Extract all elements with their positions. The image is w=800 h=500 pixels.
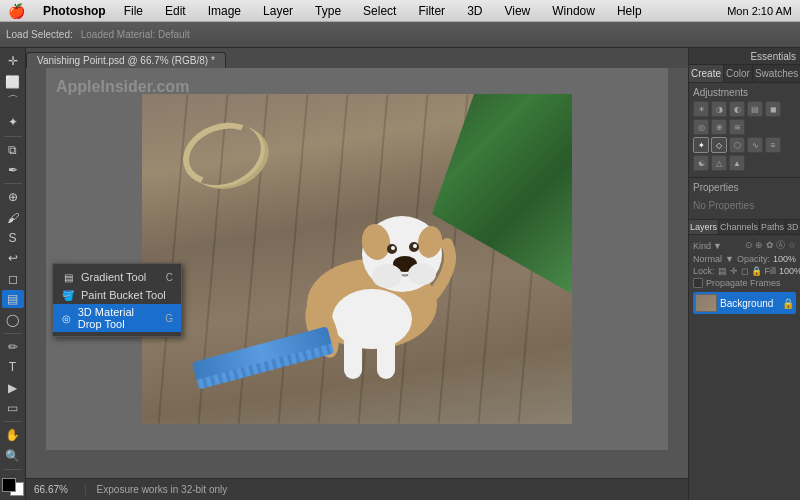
adj-solid-color[interactable]: ◼: [765, 101, 781, 117]
propagate-row: Propagate Frames: [693, 278, 796, 288]
menu-select[interactable]: Select: [359, 3, 400, 19]
adj-selective-color[interactable]: ▲: [729, 155, 745, 171]
paint-bucket-icon: 🪣: [61, 288, 75, 302]
toolbar-separator-5: [4, 469, 22, 470]
menu-3d[interactable]: 3D: [463, 3, 486, 19]
left-toolbar: ✛ ⬜ ⌒ ✦ ⧉ ✒ ⊕ 🖌 S ↩ ◻ ▤ ◯ ✏ T ▶ ▭ ✋ 🔍: [0, 48, 26, 500]
menu-filter[interactable]: Filter: [414, 3, 449, 19]
layers-section: Layers Channels Paths 3D Kind ▼ ⊙ ⊕ ✿ Ⓐ …: [689, 220, 800, 500]
menu-image[interactable]: Image: [204, 3, 245, 19]
menu-edit[interactable]: Edit: [161, 3, 190, 19]
sub-tab-paths[interactable]: Paths: [760, 220, 786, 234]
essentials-label: Essentials: [750, 51, 796, 62]
adj-colorbalance[interactable]: ✦: [693, 137, 709, 153]
tab-swatches[interactable]: Swatches: [753, 65, 800, 82]
tool-move[interactable]: ✛: [2, 52, 24, 70]
menu-type[interactable]: Type: [311, 3, 345, 19]
tool-history[interactable]: ↩: [2, 249, 24, 267]
adj-channel-mixer[interactable]: ⬡: [729, 137, 745, 153]
tool-crop[interactable]: ⧉: [2, 140, 24, 158]
app-name: Photoshop: [43, 4, 106, 18]
lock-icon-4[interactable]: 🔒: [751, 266, 762, 276]
popup-3d-material-drop[interactable]: ◎ 3D Material Drop Tool G: [53, 304, 181, 332]
adjustments-header: Adjustments: [693, 87, 796, 98]
options-bar: Load Selected: Loaded Material: Default: [0, 22, 800, 48]
lock-icon-1[interactable]: ▤: [718, 266, 727, 276]
tool-path-select[interactable]: ▶: [2, 378, 24, 396]
adj-vibrance[interactable]: ≋: [729, 119, 745, 135]
adj-levels[interactable]: ◑: [711, 101, 727, 117]
3d-material-drop-shortcut: G: [165, 313, 173, 324]
canvas-container: [46, 68, 668, 450]
gradient-tool-label: Gradient Tool: [81, 271, 146, 283]
foreground-color-swatch[interactable]: [2, 478, 16, 492]
tool-marquee[interactable]: ⬜: [2, 72, 24, 90]
tool-gradient[interactable]: ▤: [2, 290, 24, 308]
adj-hue[interactable]: ▤: [747, 101, 763, 117]
tool-shape[interactable]: ▭: [2, 399, 24, 417]
layer-lock-icon: 🔒: [782, 298, 794, 309]
menu-layer[interactable]: Layer: [259, 3, 297, 19]
tab-color[interactable]: Color: [724, 65, 753, 82]
popup-paint-bucket[interactable]: 🪣 Paint Bucket Tool: [53, 286, 181, 304]
toolbar-separator-3: [4, 333, 22, 334]
tool-pen[interactable]: ✏: [2, 338, 24, 356]
layer-name: Background: [720, 298, 779, 309]
tool-type[interactable]: T: [2, 358, 24, 376]
menu-help[interactable]: Help: [613, 3, 646, 19]
toolbar-separator-4: [4, 421, 22, 422]
canvas-image[interactable]: [142, 94, 572, 424]
tool-magic-wand[interactable]: ✦: [2, 113, 24, 131]
gradient-tool-shortcut: C: [166, 272, 173, 283]
filter-icons: ⊙ ⊕ ✿ Ⓐ ☆: [745, 239, 796, 252]
propagate-checkbox[interactable]: [693, 278, 703, 288]
lock-icon-2[interactable]: ✛: [730, 266, 738, 276]
blend-mode-arrow[interactable]: ▼: [725, 254, 734, 264]
tool-hand[interactable]: ✋: [2, 426, 24, 444]
adj-photo-filter[interactable]: ◇: [711, 137, 727, 153]
kind-dropdown-icon[interactable]: ▼: [713, 241, 722, 251]
sub-tab-3d[interactable]: 3D: [786, 220, 800, 234]
sub-tab-channels[interactable]: Channels: [719, 220, 760, 234]
adj-brightness[interactable]: ☀: [693, 101, 709, 117]
tool-zoom[interactable]: 🔍: [2, 446, 24, 464]
tool-clone[interactable]: S: [2, 229, 24, 247]
menu-file[interactable]: File: [120, 3, 147, 19]
popup-gradient-tool[interactable]: ▤ Gradient Tool C: [53, 268, 181, 286]
color-swatches[interactable]: [2, 478, 24, 496]
document-tab-vanishing-point[interactable]: Vanishing Point.psd @ 66.7% (RGB/8) *: [26, 52, 226, 68]
lock-icon-3[interactable]: ◻: [741, 266, 748, 276]
adj-curves[interactable]: ◐: [729, 101, 745, 117]
adj-posterize[interactable]: ≡: [765, 137, 781, 153]
tool-context-menu: ▤ Gradient Tool C 🪣 Paint Bucket Tool ◎ …: [52, 263, 182, 337]
layer-background-row[interactable]: Background 🔒: [693, 292, 796, 314]
lock-fill-row: Lock: ▤ ✛ ◻ 🔒 Fill 100%: [693, 266, 796, 276]
tool-eyedropper[interactable]: ✒: [2, 161, 24, 179]
status-message: Exposure works in 32-bit only: [97, 484, 680, 495]
tool-lasso[interactable]: ⌒: [2, 93, 24, 111]
3d-material-drop-icon: ◎: [61, 311, 72, 325]
opacity-value: 100%: [773, 254, 796, 264]
layer-controls: Kind ▼ ⊙ ⊕ ✿ Ⓐ ☆: [693, 239, 796, 252]
canvas-watermark: AppleInsider.com: [56, 78, 189, 96]
adj-gradient-fill[interactable]: ⊕: [711, 119, 727, 135]
adj-threshold[interactable]: ☯: [693, 155, 709, 171]
right-panel: Essentials Create Color Swatches Styles …: [688, 48, 800, 500]
adjustments-icons-2: ✦ ◇ ⬡ ∿ ≡ ☯ △ ▲: [693, 137, 796, 171]
adj-pattern[interactable]: ◎: [693, 119, 709, 135]
sub-tab-layers[interactable]: Layers: [689, 220, 719, 234]
fill-value: 100%: [779, 266, 800, 276]
adj-curves2[interactable]: ∿: [747, 137, 763, 153]
adj-invert[interactable]: △: [711, 155, 727, 171]
kind-label: Kind: [693, 241, 711, 251]
tool-eraser[interactable]: ◻: [2, 270, 24, 288]
tab-create[interactable]: Create: [689, 65, 724, 82]
tool-dodge[interactable]: ◯: [2, 310, 24, 328]
tool-heal[interactable]: ⊕: [2, 188, 24, 206]
3d-material-drop-label: 3D Material Drop Tool: [78, 306, 159, 330]
menu-window[interactable]: Window: [548, 3, 599, 19]
menu-view[interactable]: View: [500, 3, 534, 19]
zoom-level: 66.67%: [34, 484, 74, 495]
tool-brush[interactable]: 🖌: [2, 208, 24, 226]
essentials-header: Essentials: [689, 48, 800, 65]
